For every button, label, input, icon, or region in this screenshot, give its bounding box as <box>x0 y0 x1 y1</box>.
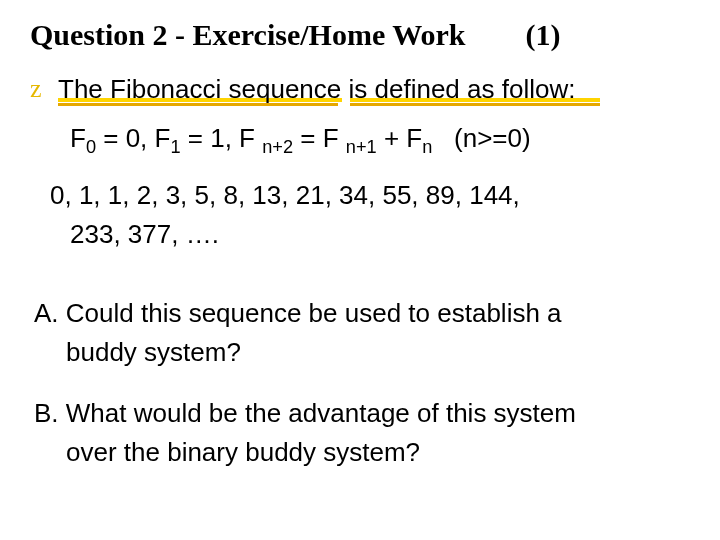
slide-title: Question 2 - Exercise/Home Work <box>30 18 466 51</box>
slide-page-num: (1) <box>526 18 561 51</box>
f1: F <box>155 123 171 153</box>
slide: Question 2 - Exercise/Home Work(1) z The… <box>0 0 720 472</box>
eq1: = 1, F <box>181 123 263 153</box>
f0: F <box>70 123 86 153</box>
subnp1: n+1 <box>346 137 377 157</box>
qa-l1: A. Could this sequence be used to establ… <box>34 298 562 328</box>
qa-l2: buddy system? <box>34 333 690 372</box>
eq0: = 0, <box>96 123 155 153</box>
qb-l2: over the binary buddy system? <box>34 433 690 472</box>
sequence-l1: 0, 1, 1, 2, 3, 5, 8, 13, 21, 34, 55, 89,… <box>50 180 520 210</box>
cond: (n>=0) <box>432 123 530 153</box>
question-a: A. Could this sequence be used to establ… <box>30 294 690 372</box>
question-b: B. What would be the advantage of this s… <box>30 394 690 472</box>
sequence-l2: 233, 377, …. <box>50 215 219 254</box>
qb-l1: B. What would be the advantage of this s… <box>34 398 576 428</box>
bullet-icon: z <box>30 74 42 104</box>
sub1: 1 <box>170 137 180 157</box>
mid: = F <box>293 123 346 153</box>
sub0: 0 <box>86 137 96 157</box>
slide-title-row: Question 2 - Exercise/Home Work(1) <box>30 18 690 52</box>
intro-text: The Fibonacci sequence is defined as fol… <box>58 74 575 104</box>
plus: + F <box>377 123 423 153</box>
subn: n <box>422 137 432 157</box>
intro-line: z The Fibonacci sequence is defined as f… <box>30 74 690 105</box>
sequence: 0, 1, 1, 2, 3, 5, 8, 13, 21, 34, 55, 89,… <box>30 176 690 254</box>
formula-line: F0 = 0, F1 = 1, F n+2 = F n+1 + Fn (n>=0… <box>30 123 690 158</box>
subnp2: n+2 <box>262 137 293 157</box>
